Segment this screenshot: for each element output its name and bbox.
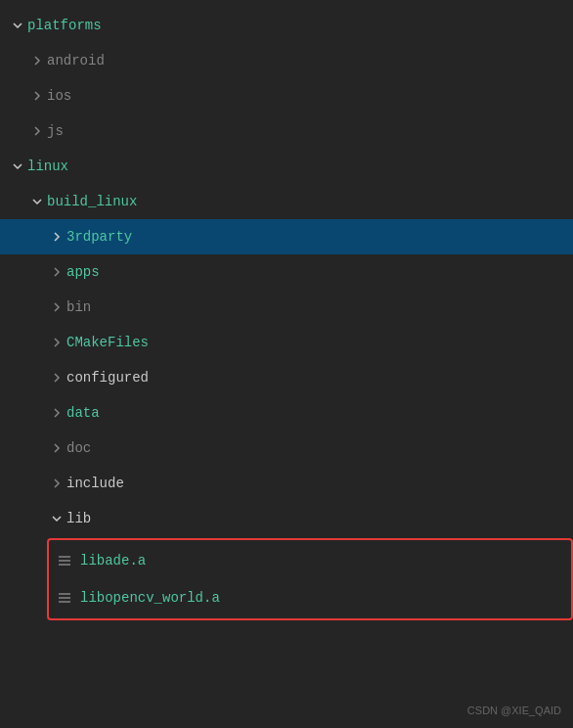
- tree-item-platforms[interactable]: platforms: [0, 8, 573, 43]
- item-label-build-linux: build_linux: [47, 194, 565, 209]
- chevron-down-icon: [27, 192, 47, 211]
- chevron-right-icon: [47, 262, 66, 282]
- tree-item-bin[interactable]: bin: [0, 290, 573, 325]
- tree-item-3rdparty[interactable]: 3rdparty: [0, 219, 573, 254]
- tree-item-linux[interactable]: linux: [0, 149, 573, 184]
- item-label-linux: linux: [27, 159, 565, 174]
- lines-icon: [57, 553, 72, 569]
- item-label-libopencv-world-a: libopencv_world.a: [80, 590, 563, 606]
- item-label-3rdparty: 3rdparty: [66, 229, 565, 245]
- file-tree: platforms android ios js linux: [0, 0, 573, 728]
- item-label-ios: ios: [47, 88, 565, 104]
- chevron-right-icon: [27, 121, 47, 141]
- chevron-right-icon: [27, 86, 47, 106]
- chevron-right-icon: [47, 474, 66, 493]
- tree-item-apps[interactable]: apps: [0, 254, 573, 290]
- tree-item-libade-a[interactable]: libade.a: [49, 542, 571, 579]
- chevron-down-icon: [8, 157, 27, 176]
- chevron-down-icon: [8, 16, 27, 35]
- item-label-lib: lib: [66, 511, 565, 526]
- tree-item-include[interactable]: include: [0, 466, 573, 501]
- tree-item-ios[interactable]: ios: [0, 78, 573, 114]
- tree-item-libopencv-world-a[interactable]: libopencv_world.a: [49, 579, 571, 616]
- tree-item-configured[interactable]: configured: [0, 360, 573, 395]
- item-label-apps: apps: [66, 264, 565, 280]
- tree-item-js[interactable]: js: [0, 114, 573, 149]
- tree-item-android[interactable]: android: [0, 43, 573, 78]
- tree-item-data[interactable]: data: [0, 395, 573, 431]
- chevron-right-icon: [47, 368, 66, 387]
- item-label-doc: doc: [66, 440, 565, 456]
- lines-icon: [57, 590, 72, 606]
- chevron-right-icon: [47, 333, 66, 352]
- tree-item-build-linux[interactable]: build_linux: [0, 184, 573, 219]
- chevron-right-icon: [47, 297, 66, 317]
- watermark: CSDN @XIE_QAID: [467, 705, 561, 716]
- chevron-right-icon: [47, 403, 66, 423]
- item-label-cmakefiles: CMakeFiles: [66, 335, 565, 350]
- item-label-js: js: [47, 123, 565, 139]
- lib-files-box: libade.a libopencv_world.a: [47, 538, 573, 620]
- watermark-text: CSDN @XIE_QAID: [467, 705, 561, 716]
- item-label-platforms: platforms: [27, 18, 565, 33]
- item-label-android: android: [47, 53, 565, 68]
- tree-item-cmakefiles[interactable]: CMakeFiles: [0, 325, 573, 360]
- item-label-include: include: [66, 476, 565, 491]
- chevron-right-icon: [47, 227, 66, 247]
- item-label-data: data: [66, 405, 565, 421]
- tree-item-doc[interactable]: doc: [0, 431, 573, 466]
- chevron-down-icon: [47, 509, 66, 528]
- item-label-bin: bin: [66, 299, 565, 315]
- tree-item-lib[interactable]: lib: [0, 501, 573, 536]
- chevron-right-icon: [27, 51, 47, 70]
- item-label-libade-a: libade.a: [80, 553, 563, 569]
- item-label-configured: configured: [66, 370, 565, 386]
- chevron-right-icon: [47, 438, 66, 458]
